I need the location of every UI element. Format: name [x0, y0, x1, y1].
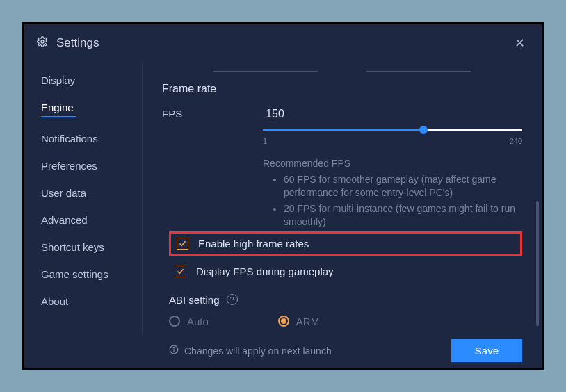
- sidebar-item-shortcut-keys[interactable]: Shortcut keys: [41, 241, 142, 253]
- fps-label: FPS: [162, 108, 182, 120]
- sidebar-item-about[interactable]: About: [41, 295, 142, 307]
- fps-value: 150: [266, 108, 284, 120]
- sidebar-item-engine[interactable]: Engine: [41, 101, 142, 117]
- sidebar: Display Engine Notifications Preferences…: [24, 62, 143, 336]
- recommended-fps-list: 60 FPS for smoother gameplay (may affect…: [284, 173, 522, 229]
- titlebar: Settings ✕: [24, 24, 542, 62]
- gear-icon: [37, 36, 48, 50]
- slider-min-label: 1: [263, 137, 267, 145]
- slider-max-label: 240: [510, 137, 522, 145]
- info-icon: [169, 345, 179, 357]
- checkbox-display-fps-label: Display FPS during gameplay: [196, 266, 334, 277]
- abi-auto-label: Auto: [187, 316, 209, 327]
- display-fps-row[interactable]: Display FPS during gameplay: [169, 261, 522, 281]
- abi-setting-label: ABI setting: [169, 294, 220, 306]
- sidebar-item-preferences[interactable]: Preferences: [41, 160, 142, 172]
- checkbox-display-fps[interactable]: [175, 266, 186, 277]
- svg-point-0: [41, 40, 44, 43]
- checkbox-high-fps[interactable]: [177, 238, 188, 250]
- ghost-field: [366, 67, 471, 72]
- abi-radio-arm[interactable]: ARM: [278, 316, 319, 327]
- sidebar-item-game-settings[interactable]: Game settings: [41, 268, 142, 280]
- window-title: Settings: [56, 36, 99, 50]
- fps-slider[interactable]: [263, 126, 522, 134]
- recommendation-item: 60 FPS for smoother gameplay (may affect…: [284, 173, 522, 199]
- settings-window: Settings ✕ Display Engine Notifications …: [22, 22, 544, 370]
- close-button[interactable]: ✕: [510, 34, 529, 52]
- sidebar-item-user-data[interactable]: User data: [41, 187, 142, 199]
- scrollbar[interactable]: [536, 201, 539, 326]
- save-button[interactable]: Save: [451, 339, 522, 362]
- abi-radio-auto[interactable]: Auto: [169, 316, 209, 327]
- checkbox-high-fps-label: Enable high frame rates: [198, 238, 309, 250]
- footer: Changes will apply on next launch Save: [24, 336, 542, 368]
- main-panel: Frame rate FPS 150 1 240 Recommended FPS…: [143, 62, 542, 336]
- enable-high-frame-rates-row[interactable]: Enable high frame rates: [169, 231, 522, 256]
- recommended-fps-title: Recommended FPS: [263, 158, 522, 169]
- radio-icon[interactable]: [278, 316, 289, 327]
- sidebar-item-notifications[interactable]: Notifications: [41, 133, 142, 145]
- sidebar-item-display[interactable]: Display: [41, 74, 142, 86]
- radio-icon[interactable]: [169, 316, 180, 327]
- footer-note-text: Changes will apply on next launch: [184, 345, 332, 357]
- slider-thumb[interactable]: [419, 126, 428, 134]
- recommendation-item: 20 FPS for multi-instance (few games mig…: [284, 202, 522, 229]
- abi-arm-label: ARM: [296, 316, 319, 327]
- frame-rate-heading: Frame rate: [162, 83, 522, 95]
- svg-point-3: [173, 348, 174, 348]
- help-icon[interactable]: ?: [227, 294, 238, 305]
- ghost-field: [213, 67, 318, 72]
- sidebar-item-advanced[interactable]: Advanced: [41, 214, 142, 226]
